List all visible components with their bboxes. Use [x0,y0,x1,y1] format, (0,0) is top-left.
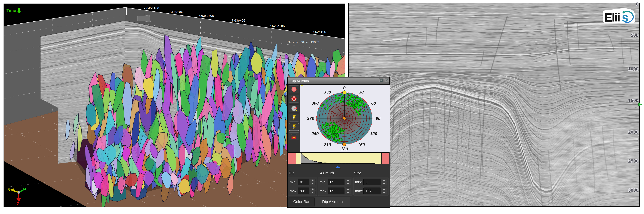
svg-text:7.635e+06: 7.635e+06 [198,14,214,18]
svg-text:7.625e+06: 7.625e+06 [269,24,285,28]
svg-text:90°: 90° [300,189,305,193]
svg-text:0: 0 [636,2,638,6]
svg-text:1500: 1500 [628,98,638,103]
svg-text:0°: 0° [330,189,334,193]
svg-text:min:: min: [355,180,362,184]
svg-text:Size: Size [354,171,362,175]
svg-text:0: 0 [343,86,346,90]
svg-text:Elii: Elii [604,11,620,24]
svg-text:3000: 3000 [628,188,638,192]
svg-text:0°: 0° [300,180,303,184]
svg-text:Dip Azimuth: Dip Azimuth [322,200,343,204]
svg-text:min:: min: [290,180,296,184]
svg-text:210: 210 [324,142,331,147]
svg-text:120: 120 [370,131,377,136]
svg-text:7.62e+06: 7.62e+06 [312,30,326,34]
svg-text:max:: max: [290,189,298,193]
svg-text:Seismic : Xline : 13003: Seismic : Xline : 13003 [288,40,319,44]
svg-text:7.645e+06: 7.645e+06 [144,6,159,10]
svg-text:500: 500 [631,33,638,38]
svg-text:60: 60 [371,101,376,106]
svg-text:187: 187 [366,189,372,193]
svg-text:min:: min: [320,180,326,184]
svg-text:300: 300 [312,101,319,106]
svg-text:Azimuth: Azimuth [320,171,334,175]
svg-text:E: E [25,187,28,191]
svg-text:240: 240 [311,131,319,136]
svg-text:Dip Azimuth: Dip Azimuth [291,79,309,83]
svg-text:0: 0 [366,180,368,184]
svg-text:2000: 2000 [628,130,638,134]
svg-text:Time: Time [6,8,16,13]
svg-text:7.63e+06: 7.63e+06 [232,19,245,22]
svg-text:2500: 2500 [628,158,638,164]
svg-text:Color Bar: Color Bar [293,200,310,204]
svg-text:180: 180 [341,146,348,151]
svg-text:150: 150 [358,142,365,147]
svg-text:Dip: Dip [289,171,294,175]
svg-text:7.64e+06: 7.64e+06 [169,10,183,14]
svg-text:0°: 0° [330,180,334,184]
svg-text:max:: max: [320,189,328,193]
svg-text:330: 330 [324,90,331,94]
svg-text:max:: max: [355,189,363,193]
svg-text:30: 30 [359,90,364,94]
svg-text:Z: Z [17,201,19,206]
svg-text:N: N [8,187,10,192]
svg-text:270: 270 [307,116,314,121]
svg-text:90: 90 [376,116,380,121]
svg-text:1000: 1000 [628,66,638,71]
